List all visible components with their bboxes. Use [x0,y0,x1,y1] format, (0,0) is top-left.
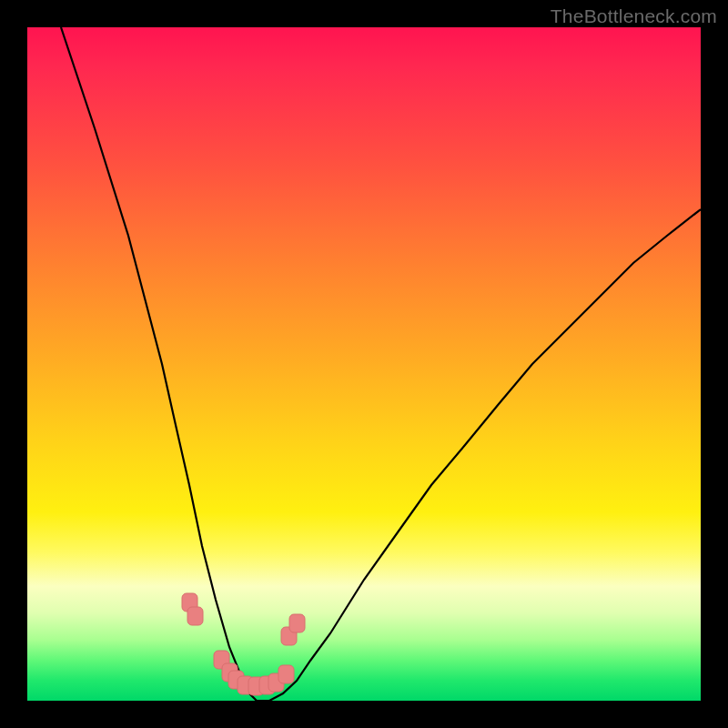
plot-area [27,27,701,701]
marker-point [187,607,203,625]
watermark-text: TheBottleneck.com [551,5,717,27]
marker-point [289,614,305,632]
chart-svg [27,27,701,701]
outer-frame: TheBottleneck.com [0,0,728,728]
marker-group [182,593,305,695]
marker-point [278,665,294,683]
bottleneck-curve-path [61,27,701,701]
